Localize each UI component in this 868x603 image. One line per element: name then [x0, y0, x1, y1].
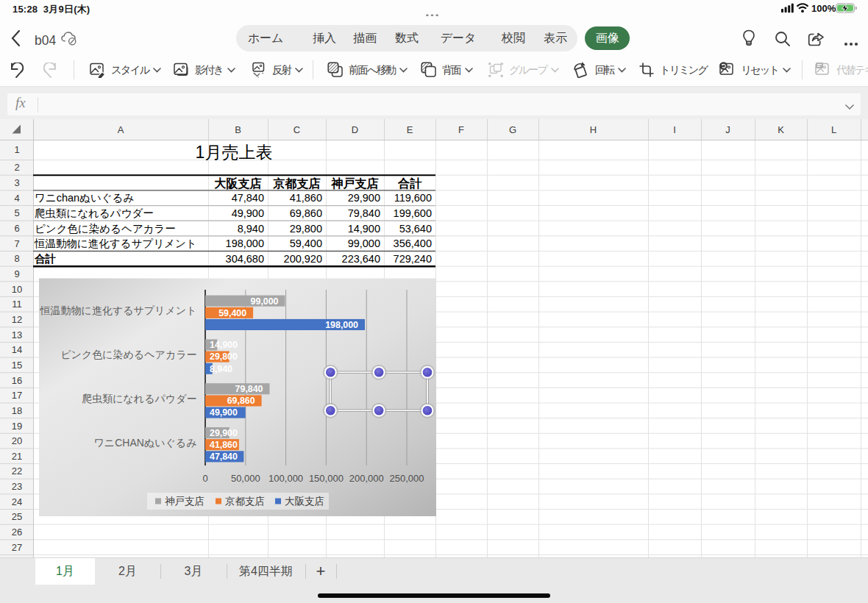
- svg-text:L: L: [831, 124, 836, 135]
- svg-text:16: 16: [12, 375, 22, 386]
- svg-text:119,600: 119,600: [394, 192, 432, 204]
- svg-text:4: 4: [14, 193, 19, 204]
- svg-text:1: 1: [14, 144, 19, 155]
- svg-text:250,000: 250,000: [390, 473, 424, 484]
- svg-text:47,840: 47,840: [210, 452, 238, 462]
- svg-text:17: 17: [12, 390, 22, 401]
- svg-text:53,640: 53,640: [399, 223, 432, 235]
- svg-text:1月売上表: 1月売上表: [196, 143, 273, 162]
- svg-text:0: 0: [202, 473, 207, 484]
- svg-text:8,940: 8,940: [210, 364, 232, 374]
- svg-text:5: 5: [14, 207, 19, 218]
- svg-text:49,900: 49,900: [210, 407, 238, 418]
- svg-text:京都支店: 京都支店: [225, 496, 265, 507]
- svg-text:304,680: 304,680: [226, 253, 264, 265]
- svg-text:23: 23: [12, 481, 22, 492]
- svg-text:6: 6: [14, 223, 19, 234]
- svg-text:大阪支店: 大阪支店: [285, 496, 324, 507]
- svg-text:22: 22: [12, 465, 22, 477]
- svg-text:恒温動物に進化するサプリメント: 恒温動物に進化するサプリメント: [34, 238, 197, 249]
- svg-text:198,000: 198,000: [226, 238, 264, 249]
- svg-text:59,400: 59,400: [290, 238, 322, 249]
- svg-text:神戸支店: 神戸支店: [331, 176, 379, 190]
- svg-text:B: B: [235, 124, 241, 135]
- svg-text:14: 14: [12, 344, 22, 355]
- svg-text:J: J: [725, 124, 730, 135]
- svg-text:20: 20: [12, 435, 22, 446]
- svg-text:14,900: 14,900: [348, 223, 380, 235]
- svg-text:大阪支店: 大阪支店: [215, 176, 262, 190]
- svg-text:爬虫類になれるパウダー: 爬虫類になれるパウダー: [35, 207, 154, 219]
- svg-text:G: G: [509, 124, 516, 135]
- svg-text:K: K: [778, 124, 784, 135]
- svg-text:11: 11: [12, 299, 22, 310]
- svg-text:29,900: 29,900: [210, 428, 238, 438]
- svg-text:59,400: 59,400: [218, 308, 246, 318]
- svg-text:69,860: 69,860: [227, 396, 255, 406]
- svg-text:99,000: 99,000: [251, 296, 279, 307]
- svg-text:25: 25: [12, 511, 22, 522]
- svg-text:京都支店: 京都支店: [273, 176, 321, 190]
- svg-text:99,000: 99,000: [348, 238, 380, 249]
- svg-text:26: 26: [12, 527, 22, 538]
- svg-text:198,000: 198,000: [325, 320, 358, 330]
- svg-text:18: 18: [12, 405, 22, 416]
- svg-text:13: 13: [12, 329, 22, 340]
- svg-text:41,860: 41,860: [210, 440, 238, 450]
- svg-text:15: 15: [12, 360, 22, 371]
- svg-text:7: 7: [14, 238, 19, 249]
- svg-text:8,940: 8,940: [238, 223, 264, 235]
- svg-text:爬虫類になれるパウダー: 爬虫類になれるパウダー: [82, 393, 196, 404]
- svg-text:合計: 合計: [397, 177, 422, 190]
- svg-text:69,860: 69,860: [290, 207, 322, 219]
- svg-text:C: C: [294, 124, 300, 135]
- svg-text:合計: 合計: [34, 253, 57, 265]
- svg-text:29,800: 29,800: [290, 223, 322, 235]
- svg-text:21: 21: [12, 451, 22, 462]
- svg-text:29,900: 29,900: [348, 192, 380, 204]
- svg-text:ワニCHANぬいぐるみ: ワニCHANぬいぐるみ: [94, 437, 197, 449]
- svg-text:356,400: 356,400: [394, 238, 432, 249]
- svg-text:24: 24: [12, 496, 22, 507]
- svg-text:29,800: 29,800: [210, 352, 238, 362]
- svg-text:2: 2: [14, 162, 19, 173]
- svg-text:49,900: 49,900: [232, 207, 264, 219]
- svg-text:恒温動物に進化するサプリメント: 恒温動物に進化するサプリメント: [40, 304, 197, 316]
- svg-text:F: F: [458, 124, 464, 135]
- svg-text:79,840: 79,840: [348, 207, 380, 219]
- svg-text:100,000: 100,000: [268, 473, 303, 484]
- svg-text:150,000: 150,000: [309, 473, 344, 484]
- svg-text:8: 8: [14, 253, 19, 264]
- svg-text:10: 10: [12, 284, 22, 295]
- svg-text:79,840: 79,840: [235, 384, 263, 394]
- svg-text:I: I: [673, 124, 676, 135]
- svg-text:A: A: [118, 124, 124, 135]
- svg-text:12: 12: [12, 314, 22, 325]
- svg-text:9: 9: [14, 268, 19, 279]
- svg-text:ピンク色に染めるヘアカラー: ピンク色に染めるヘアカラー: [35, 223, 176, 235]
- svg-text:H: H: [590, 124, 597, 135]
- svg-text:ワニchanぬいぐるみ: ワニchanぬいぐるみ: [35, 192, 134, 204]
- svg-text:50,000: 50,000: [231, 473, 260, 484]
- svg-text:729,240: 729,240: [394, 253, 432, 265]
- svg-text:19: 19: [12, 421, 22, 432]
- svg-text:27: 27: [12, 542, 22, 553]
- svg-text:200,000: 200,000: [349, 473, 384, 484]
- svg-text:100%: 100%: [811, 3, 836, 13]
- svg-text:200,920: 200,920: [284, 253, 322, 265]
- svg-text:47,840: 47,840: [232, 192, 264, 204]
- svg-text:223,640: 223,640: [342, 253, 380, 265]
- svg-text:41,860: 41,860: [290, 192, 322, 204]
- svg-text:199,600: 199,600: [394, 207, 432, 219]
- svg-text:E: E: [407, 124, 413, 135]
- svg-text:神戸支店: 神戸支店: [165, 496, 204, 507]
- svg-text:3: 3: [14, 177, 19, 188]
- svg-text:D: D: [352, 124, 358, 135]
- svg-text:ピンク色に染めるヘアカラー: ピンク色に染めるヘアカラー: [60, 349, 196, 360]
- svg-text:14,900: 14,900: [210, 340, 238, 350]
